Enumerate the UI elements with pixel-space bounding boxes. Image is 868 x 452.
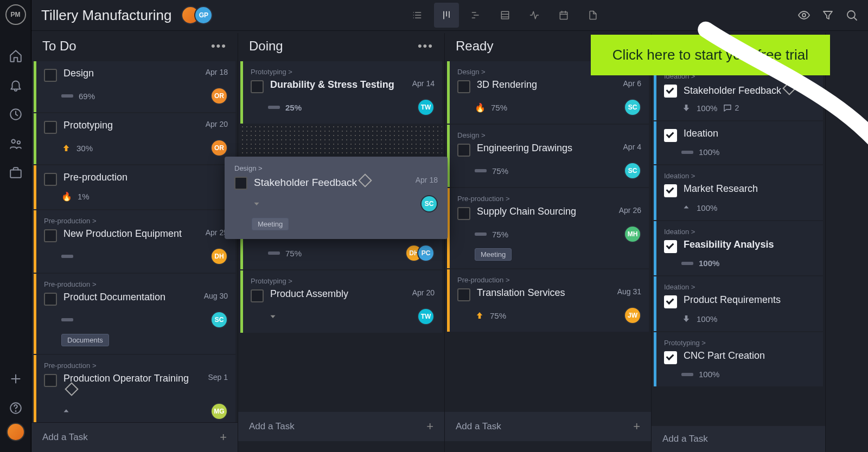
priority-dropdown-icon[interactable] (252, 199, 261, 209)
task-checkbox[interactable] (44, 293, 57, 306)
filter-icon[interactable] (821, 9, 834, 22)
add-task-button[interactable]: Add a Task (652, 426, 825, 452)
task-card[interactable]: Pre-production >Production Operator Trai… (34, 355, 235, 422)
assignee-avatar[interactable]: MG (210, 403, 228, 420)
task-card[interactable]: Pre-production >Translation ServicesAug … (447, 269, 649, 332)
assignee-avatar[interactable]: MH (624, 225, 641, 243)
card-date: Apr 20 (412, 288, 435, 297)
task-checkbox[interactable] (44, 229, 57, 242)
assignee-avatar[interactable]: TW (417, 99, 435, 116)
task-card[interactable]: Ideation >Product Requirements100% (654, 276, 823, 331)
team-icon[interactable] (9, 137, 23, 151)
assignee-avatar[interactable]: PC (417, 244, 435, 262)
task-checkbox[interactable] (457, 288, 470, 301)
task-card[interactable]: PrototypingApr 2030%OR (34, 113, 235, 164)
task-checkbox[interactable] (251, 289, 264, 302)
priority-flat-icon (681, 373, 693, 376)
task-checkbox[interactable] (664, 85, 677, 98)
add-task-button[interactable]: Add a Task+ (31, 422, 238, 452)
help-icon[interactable] (9, 401, 23, 415)
priority-down-icon (681, 314, 691, 324)
gantt-view-button[interactable] (463, 3, 488, 28)
task-card[interactable]: Pre-production >Product DocumentationAug… (34, 274, 235, 354)
assignee-avatar[interactable]: OR (210, 87, 228, 105)
column-menu-button[interactable]: ••• (211, 39, 227, 53)
task-checkbox[interactable] (457, 80, 470, 93)
history-icon[interactable] (9, 107, 23, 121)
card-progress: 1% (78, 192, 90, 201)
task-checkbox[interactable] (457, 144, 470, 157)
card-title: Translation Services (477, 287, 611, 299)
notifications-icon[interactable] (9, 78, 23, 92)
start-trial-cta[interactable]: Click here to start your free trial (591, 35, 830, 75)
task-card[interactable]: Pre-production🔥1% (34, 165, 235, 209)
task-card[interactable]: DesignApr 1869%OR (34, 61, 235, 112)
assignee-avatar[interactable]: OR (210, 139, 228, 157)
assignee-avatar[interactable]: SC (624, 162, 641, 179)
task-card[interactable]: Prototyping >Durability & Stress Testing… (240, 61, 442, 124)
task-checkbox[interactable] (44, 173, 57, 186)
card-title: Prototyping (63, 120, 199, 131)
add-task-button[interactable]: Add a Task+ (238, 412, 444, 441)
task-card[interactable]: Prototyping >Product AssemblyApr 20TW (240, 270, 442, 333)
card-date: Apr 26 (619, 206, 641, 215)
card-tag[interactable]: Meeting (475, 248, 512, 261)
assignee-avatar[interactable]: SC (210, 311, 228, 328)
card-progress: 100% (697, 104, 717, 113)
plus-icon: + (633, 419, 640, 434)
task-card[interactable]: Ideation >Feasibility Analysis100% (654, 221, 823, 275)
assignee-avatar[interactable]: JW (624, 307, 641, 324)
task-checkbox[interactable] (664, 295, 677, 308)
app-logo[interactable]: PM (5, 4, 26, 25)
dashboard-view-button[interactable] (522, 3, 547, 28)
board-view-button[interactable] (434, 3, 459, 28)
sheet-view-button[interactable] (493, 3, 518, 28)
task-checkbox[interactable] (664, 351, 677, 364)
current-user-avatar[interactable] (7, 423, 25, 441)
task-card[interactable]: Pre-production >Supply Chain SourcingApr… (447, 188, 649, 268)
task-card[interactable]: Design >Engineering DrawingsApr 475%SC (447, 125, 649, 187)
files-view-button[interactable] (580, 3, 605, 28)
assignee-avatar[interactable]: SC (420, 195, 438, 212)
priority-up-icon (61, 406, 71, 416)
task-card[interactable]: Pre-production >New Production Equipment… (34, 210, 235, 273)
task-checkbox[interactable] (251, 80, 264, 93)
priority-dropdown-icon[interactable] (268, 312, 278, 321)
task-checkbox[interactable] (44, 121, 57, 134)
card-progress: 25% (285, 103, 302, 112)
task-checkbox[interactable] (44, 69, 57, 82)
search-icon[interactable] (845, 9, 858, 22)
task-card[interactable]: Prototyping >CNC Part Creation100% (654, 332, 823, 386)
home-icon[interactable] (9, 49, 23, 63)
priority-flat-icon (268, 251, 280, 255)
calendar-view-button[interactable] (551, 3, 576, 28)
task-checkbox[interactable] (44, 374, 57, 387)
comment-count[interactable]: 2 (723, 103, 739, 113)
card-date: Apr 4 (623, 143, 641, 151)
card-breadcrumb: Ideation > (664, 283, 815, 291)
task-checkbox[interactable] (664, 129, 677, 142)
list-view-button[interactable] (405, 3, 430, 28)
card-title: Stakeholder Feedback (254, 176, 409, 189)
task-checkbox[interactable] (664, 240, 677, 253)
add-task-button[interactable]: Add a Task+ (445, 412, 651, 441)
task-checkbox[interactable] (664, 184, 677, 197)
column-menu-button[interactable]: ••• (418, 39, 433, 53)
project-members[interactable]: GP (181, 6, 213, 24)
assignee-avatar[interactable]: SC (624, 99, 641, 116)
add-icon[interactable] (9, 372, 23, 386)
card-tag[interactable]: Documents (61, 334, 109, 346)
task-checkbox[interactable] (457, 207, 470, 220)
card-date: Apr 6 (623, 79, 641, 88)
task-card[interactable]: Ideation100% (654, 121, 823, 164)
task-card[interactable]: Ideation >Market Research100% (654, 165, 823, 220)
task-checkbox[interactable] (234, 177, 247, 190)
card-title: Stakeholder Feedback (684, 83, 815, 96)
column-card-list: Design >3D RenderingApr 6🔥75%SCDesign >E… (445, 61, 651, 412)
card-tag[interactable]: Meeting (252, 218, 289, 230)
portfolio-icon[interactable] (9, 166, 23, 180)
watch-icon[interactable] (797, 9, 810, 22)
assignee-avatar[interactable]: DH (210, 248, 228, 265)
dragging-card[interactable]: Design > Stakeholder Feedback Apr 18 SC … (225, 157, 448, 239)
assignee-avatar[interactable]: TW (417, 308, 435, 325)
